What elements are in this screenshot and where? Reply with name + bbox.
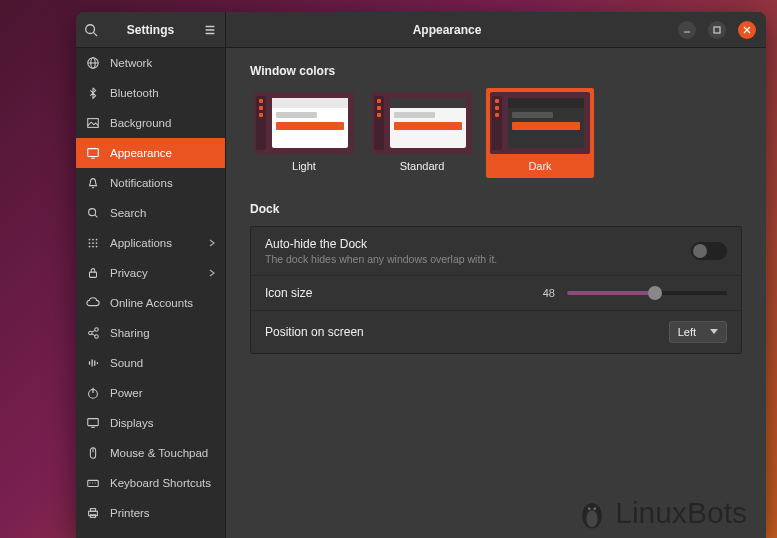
theme-dark[interactable]: Dark	[486, 88, 594, 178]
svg-rect-34	[88, 419, 99, 426]
search-button[interactable]	[76, 12, 106, 47]
svg-point-23	[89, 246, 91, 248]
body: NetworkBluetoothBackgroundAppearanceNoti…	[76, 48, 766, 538]
sidebar-item-label: Printers	[110, 507, 215, 519]
position-row: Position on screen Left	[251, 311, 741, 353]
svg-line-16	[95, 215, 98, 218]
sidebar-item-network[interactable]: Network	[76, 48, 225, 78]
dock-title: Dock	[250, 202, 742, 216]
svg-line-30	[92, 330, 96, 332]
svg-point-18	[92, 239, 94, 241]
chevron-down-icon	[710, 329, 718, 335]
sharing-icon	[86, 326, 100, 340]
settings-window: Settings Appearance NetworkBluetoothBack…	[76, 12, 766, 538]
autohide-row: Auto-hide the Dock The dock hides when a…	[251, 227, 741, 276]
sidebar-item-label: Mouse & Touchpad	[110, 447, 215, 459]
iconsize-label: Icon size	[265, 286, 531, 300]
sidebar-item-applications[interactable]: Applications	[76, 228, 225, 258]
sidebar[interactable]: NetworkBluetoothBackgroundAppearanceNoti…	[76, 48, 226, 538]
sidebar-item-label: Bluetooth	[110, 87, 215, 99]
sidebar-item-label: Online Accounts	[110, 297, 215, 309]
svg-point-25	[96, 246, 98, 248]
bluetooth-icon	[86, 86, 100, 100]
theme-standard[interactable]: Standard	[368, 88, 476, 178]
sidebar-item-power[interactable]: Power	[76, 378, 225, 408]
titlebar: Settings Appearance	[76, 12, 766, 48]
sound-icon	[86, 356, 100, 370]
sidebar-item-search[interactable]: Search	[76, 198, 225, 228]
close-button[interactable]	[738, 21, 756, 39]
sidebar-item-removable[interactable]: Removable Media	[76, 528, 225, 538]
sidebar-item-appearance[interactable]: Appearance	[76, 138, 225, 168]
sidebar-item-label: Power	[110, 387, 215, 399]
theme-light-thumb	[254, 92, 354, 154]
sidebar-item-label: Keyboard Shortcuts	[110, 477, 215, 489]
svg-rect-12	[88, 119, 99, 128]
sidebar-item-sharing[interactable]: Sharing	[76, 318, 225, 348]
svg-rect-43	[90, 509, 95, 512]
svg-rect-13	[88, 149, 99, 157]
sidebar-item-mouse[interactable]: Mouse & Touchpad	[76, 438, 225, 468]
keyboard-icon	[86, 476, 100, 490]
search-icon	[86, 206, 100, 220]
slider-knob[interactable]	[648, 286, 662, 300]
theme-light[interactable]: Light	[250, 88, 358, 178]
background-icon	[86, 116, 100, 130]
iconsize-label-wrap: Icon size	[265, 286, 531, 300]
svg-point-0	[86, 24, 95, 33]
sidebar-item-notifications[interactable]: Notifications	[76, 168, 225, 198]
online-accounts-icon	[86, 296, 100, 310]
sidebar-item-label: Appearance	[110, 147, 215, 159]
minimize-button[interactable]	[678, 21, 696, 39]
sidebar-item-sound[interactable]: Sound	[76, 348, 225, 378]
sidebar-item-printers[interactable]: Printers	[76, 498, 225, 528]
theme-light-label: Light	[254, 160, 354, 172]
theme-standard-label: Standard	[372, 160, 472, 172]
svg-line-31	[92, 334, 96, 336]
iconsize-slider[interactable]	[567, 291, 727, 295]
sidebar-item-background[interactable]: Background	[76, 108, 225, 138]
svg-point-22	[96, 242, 98, 244]
position-label-wrap: Position on screen	[265, 325, 669, 339]
autohide-label: Auto-hide the Dock	[265, 237, 691, 251]
iconsize-slider-wrap: 48	[531, 287, 727, 299]
privacy-icon	[86, 266, 100, 280]
dock-panel: Auto-hide the Dock The dock hides when a…	[250, 226, 742, 354]
sidebar-item-bluetooth[interactable]: Bluetooth	[76, 78, 225, 108]
page-title: Appearance	[226, 23, 668, 37]
theme-dark-label: Dark	[490, 160, 590, 172]
sidebar-item-online-accounts[interactable]: Online Accounts	[76, 288, 225, 318]
autohide-switch[interactable]	[691, 242, 727, 260]
window-colors-title: Window colors	[250, 64, 742, 78]
theme-standard-thumb	[372, 92, 472, 154]
sidebar-title: Settings	[106, 23, 195, 37]
theme-options: Light Standard	[250, 88, 742, 178]
position-label: Position on screen	[265, 325, 669, 339]
menu-button[interactable]	[195, 12, 225, 47]
titlebar-left: Settings	[76, 12, 226, 47]
svg-line-1	[94, 32, 98, 36]
sidebar-item-privacy[interactable]: Privacy	[76, 258, 225, 288]
iconsize-row: Icon size 48	[251, 276, 741, 311]
svg-point-20	[89, 242, 91, 244]
position-value: Left	[678, 326, 696, 338]
sidebar-item-label: Background	[110, 117, 215, 129]
slider-fill	[567, 291, 655, 295]
svg-point-24	[92, 246, 94, 248]
hamburger-icon	[203, 23, 217, 37]
displays-icon	[86, 416, 100, 430]
network-icon	[86, 56, 100, 70]
sidebar-item-keyboard[interactable]: Keyboard Shortcuts	[76, 468, 225, 498]
maximize-icon	[713, 26, 721, 34]
printers-icon	[86, 506, 100, 520]
position-combo[interactable]: Left	[669, 321, 727, 343]
sidebar-item-label: Applications	[110, 237, 199, 249]
maximize-button[interactable]	[708, 21, 726, 39]
sidebar-item-displays[interactable]: Displays	[76, 408, 225, 438]
content: Window colors Light	[226, 48, 766, 538]
sidebar-item-label: Privacy	[110, 267, 199, 279]
svg-point-21	[92, 242, 94, 244]
svg-point-15	[89, 209, 96, 216]
sidebar-item-label: Sound	[110, 357, 215, 369]
chevron-right-icon	[209, 239, 215, 247]
